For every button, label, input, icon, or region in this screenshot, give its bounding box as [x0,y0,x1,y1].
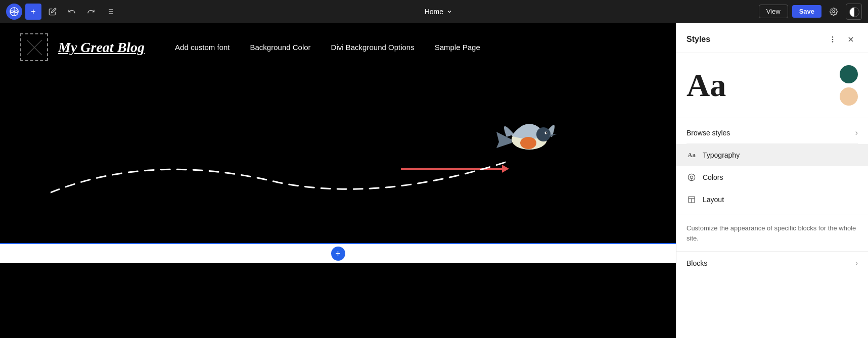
layout-item[interactable]: Layout [676,188,868,211]
sidebar-panel-title: Styles [687,35,710,44]
save-button[interactable]: Save [792,5,821,18]
nav-item-sample-page[interactable]: Sample Page [435,43,480,52]
blocks-link[interactable]: Blocks › [676,251,868,275]
wp-logo-icon[interactable] [6,4,22,20]
site-header: My Great Blog Add custom font Background… [0,23,676,71]
color-swatch-teal[interactable] [840,65,858,83]
browse-styles-label: Browse styles [687,129,730,137]
blocks-chevron-icon: › [855,259,858,268]
colors-item[interactable]: Colors [676,166,868,188]
nav-item-divi-background[interactable]: Divi Background Options [331,43,415,52]
add-block-button[interactable]: + [25,4,41,20]
colors-label: Colors [703,173,723,181]
nav-item-background-color[interactable]: Background Color [250,43,311,52]
sidebar-close-button[interactable] [844,32,858,46]
typography-icon: Aa [687,150,697,160]
color-swatch-peach[interactable] [840,87,858,106]
toolbar-right: View Save [759,4,862,20]
layout-label: Layout [703,196,724,204]
color-swatches [840,65,858,106]
style-preview: Aa [676,53,868,118]
list-view-button[interactable] [102,4,118,20]
browse-styles-chevron-icon: › [855,128,858,137]
canvas: My Great Blog Add custom font Background… [0,23,676,338]
dashed-path-svg [51,112,506,213]
home-label: Home [425,8,443,16]
colors-icon [687,172,697,182]
svg-point-8 [833,11,835,13]
blocks-label: Blocks [687,259,707,267]
toolbar-center: Home [122,6,755,18]
sidebar-header-actions [826,32,858,46]
typography-label: Typography [703,151,740,159]
svg-point-13 [536,127,551,141]
bottom-add-bar: + [0,243,676,263]
contrast-toggle-button[interactable] [846,4,862,20]
toolbar: + Home [0,0,868,23]
browse-styles-item[interactable]: Browse styles › [676,122,868,143]
svg-point-12 [520,137,536,149]
layout-icon [687,195,697,205]
settings-icon-button[interactable] [826,4,842,20]
bird-svg [494,107,565,167]
sidebar-menu: Browse styles › Aa Typography [676,118,868,215]
svg-point-17 [832,39,834,40]
site-logo[interactable] [20,33,48,61]
svg-point-21 [690,176,693,178]
site-title[interactable]: My Great Blog [58,39,145,56]
add-block-bottom-button[interactable]: + [331,247,345,261]
sidebar-more-options-button[interactable] [826,32,840,46]
main-area: My Great Blog Add custom font Background… [0,23,868,338]
toolbar-left: + [6,4,118,20]
styles-sidebar: Styles Aa [676,23,868,338]
typography-item[interactable]: Aa Typography [676,144,868,166]
svg-point-18 [832,41,834,42]
home-dropdown[interactable]: Home [420,6,458,18]
typography-preview-text: Aa [687,69,726,102]
scene-area [0,91,676,243]
svg-point-15 [546,132,547,134]
redo-button[interactable] [83,4,99,20]
edit-tool-button[interactable] [44,4,61,20]
nav-item-add-custom-font[interactable]: Add custom font [175,43,230,52]
undo-button[interactable] [64,4,80,20]
site-nav: Add custom font Background Color Divi Ba… [175,43,480,52]
view-button[interactable]: View [759,5,788,18]
sidebar-description: Customize the appearance of specific blo… [676,215,868,251]
svg-point-16 [832,36,834,38]
sidebar-header: Styles [676,23,868,53]
